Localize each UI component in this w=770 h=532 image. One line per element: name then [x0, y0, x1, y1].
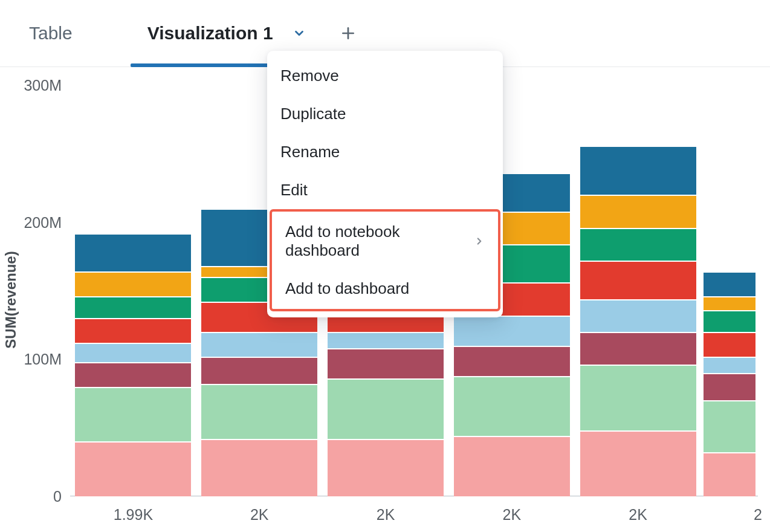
- bar-segment[interactable]: [328, 349, 444, 378]
- bar-segment[interactable]: [75, 297, 191, 318]
- menu-item-label: Duplicate: [280, 105, 346, 123]
- bar-segment[interactable]: [201, 440, 317, 496]
- menu-item-label: Add to notebook dashboard: [285, 222, 474, 260]
- bar-segment[interactable]: [704, 297, 755, 310]
- bar-segment[interactable]: [454, 437, 570, 496]
- visualization-context-menu: Remove Duplicate Rename Edit Add to note…: [267, 51, 503, 317]
- menu-item-duplicate[interactable]: Duplicate: [267, 95, 503, 133]
- x-tick-label: 2K: [250, 496, 269, 524]
- bar-segment[interactable]: [328, 333, 444, 348]
- bar-segment[interactable]: [328, 440, 444, 496]
- tab-label: Table: [29, 23, 73, 44]
- y-tick-label: 0: [53, 488, 70, 505]
- bar-stack[interactable]: [704, 273, 755, 496]
- y-tick-label: 300M: [24, 77, 70, 94]
- bar-segment[interactable]: [454, 377, 570, 436]
- bar-group: 1.99K: [70, 85, 196, 496]
- menu-item-remove[interactable]: Remove: [267, 57, 503, 95]
- menu-item-label: Rename: [280, 143, 340, 161]
- bar-segment[interactable]: [454, 317, 570, 346]
- bar-segment[interactable]: [75, 344, 191, 362]
- bar-stack[interactable]: [75, 235, 191, 496]
- x-tick-label: 1.99K: [114, 496, 153, 524]
- bar-segment[interactable]: [580, 333, 696, 365]
- y-axis-label: SUM(revenue): [2, 251, 19, 348]
- bar-segment[interactable]: [328, 380, 444, 439]
- bar-segment[interactable]: [75, 363, 191, 387]
- y-tick-label: 200M: [24, 213, 70, 231]
- bar-segment[interactable]: [75, 388, 191, 442]
- bar-segment[interactable]: [704, 374, 755, 400]
- bar-segment[interactable]: [580, 300, 696, 332]
- chevron-down-icon[interactable]: [289, 23, 309, 44]
- x-tick-label: 2K: [377, 496, 395, 524]
- bar-segment[interactable]: [580, 229, 696, 261]
- bar-segment[interactable]: [580, 366, 696, 430]
- x-tick-label: 2: [754, 496, 762, 524]
- tab-table[interactable]: Table: [16, 0, 86, 66]
- bar-segment[interactable]: [580, 262, 696, 299]
- add-visualization-button[interactable]: [336, 21, 360, 45]
- x-tick-label: 2K: [629, 496, 647, 524]
- bar-segment[interactable]: [704, 453, 755, 496]
- bar-segment[interactable]: [201, 385, 317, 439]
- bar-segment[interactable]: [580, 196, 696, 227]
- tab-label: Visualization 1: [147, 23, 273, 44]
- menu-item-label: Add to dashboard: [285, 279, 409, 298]
- bar-segment[interactable]: [201, 333, 317, 357]
- bar-segment[interactable]: [580, 147, 696, 195]
- bar-segment[interactable]: [75, 273, 191, 296]
- menu-item-label: Remove: [280, 66, 339, 85]
- menu-item-add-dashboard[interactable]: Add to dashboard: [272, 270, 498, 308]
- x-tick-label: 2K: [503, 496, 522, 524]
- bar-segment[interactable]: [75, 443, 191, 496]
- bar-segment[interactable]: [704, 273, 755, 296]
- bar-segment[interactable]: [704, 333, 755, 357]
- bar-segment[interactable]: [201, 358, 317, 384]
- y-tick-label: 100M: [24, 351, 70, 368]
- bar-group: 2: [701, 85, 758, 496]
- bar-segment[interactable]: [454, 347, 570, 376]
- menu-item-edit[interactable]: Edit: [267, 171, 503, 209]
- menu-item-add-notebook-dashboard[interactable]: Add to notebook dashboard: [272, 213, 498, 270]
- bar-segment[interactable]: [580, 432, 696, 496]
- menu-highlight: Add to notebook dashboard Add to dashboa…: [270, 209, 500, 311]
- bar-segment[interactable]: [75, 319, 191, 343]
- menu-item-rename[interactable]: Rename: [267, 133, 503, 171]
- chevron-right-icon: [474, 236, 485, 247]
- bar-group: 2K: [575, 85, 701, 496]
- menu-item-label: Edit: [280, 181, 308, 199]
- bar-segment[interactable]: [704, 401, 755, 452]
- bar-segment[interactable]: [704, 311, 755, 332]
- bar-segment[interactable]: [75, 235, 191, 271]
- bar-stack[interactable]: [580, 147, 696, 496]
- bar-segment[interactable]: [704, 358, 755, 373]
